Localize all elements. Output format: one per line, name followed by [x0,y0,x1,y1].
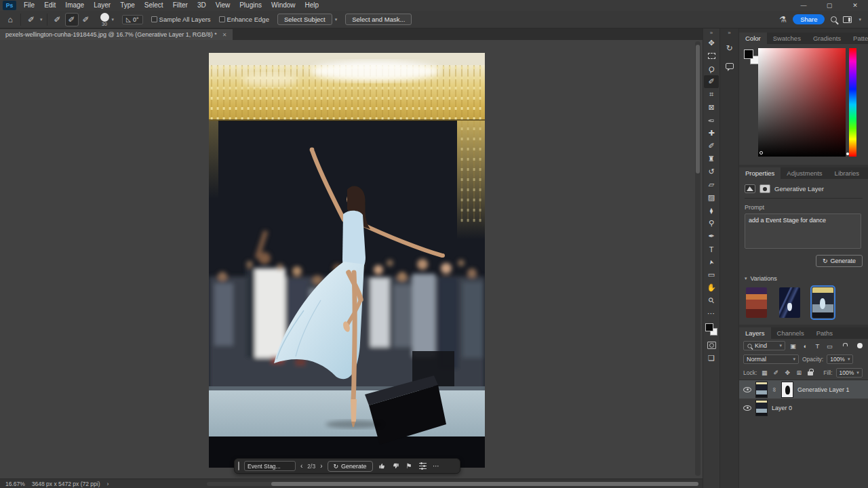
tab-color[interactable]: Color [739,33,767,44]
zoom-tool[interactable]: ⚲ [704,294,719,307]
clone-stamp-tool[interactable]: ♜ [704,152,719,165]
layer-visibility-eye-icon[interactable] [743,387,751,392]
variation-thumbnail-1[interactable] [746,287,767,318]
zoom-level-field[interactable]: 16.67% [5,481,25,487]
brush-mode-new-icon[interactable]: ✐ [52,14,64,26]
tab-layers[interactable]: Layers [739,327,771,339]
more-options-icon[interactable]: ⋯ [432,462,441,470]
menu-image[interactable]: Image [60,0,89,11]
tab-gradients[interactable]: Gradients [807,33,847,44]
minimize-button[interactable]: — [791,0,816,11]
path-selection-tool[interactable]: ➤ [704,256,719,268]
brush-tool[interactable]: ✐ [704,140,719,152]
layer-row-generative-layer-1[interactable]: ∞ Generative Layer 1 [739,380,868,399]
menu-plugins[interactable]: Plugins [235,0,267,11]
workspace-dropdown-icon[interactable]: ▾ [859,17,861,22]
foreground-color-swatch[interactable] [705,323,713,331]
blur-tool[interactable]: ⧫ [704,204,719,217]
screen-mode-button[interactable]: ❏ [704,352,719,365]
share-button[interactable]: Share [793,14,825,24]
close-button[interactable]: ✕ [842,0,868,11]
previous-variation-icon[interactable]: ‹ [300,463,302,470]
photo-document[interactable] [209,53,485,468]
menu-select[interactable]: Select [140,0,168,11]
menu-help[interactable]: Help [300,0,324,11]
layer-thumbnail[interactable] [755,382,768,398]
document-tab[interactable]: pexels-wellington-cunha-1918445.jpg @ 16… [0,29,233,40]
dodge-tool[interactable]: ⚲ [704,217,719,230]
layer-filter-kind-dropdown[interactable]: Kind ▾ [743,341,785,350]
tab-libraries[interactable]: Libraries [829,167,865,179]
saturation-brightness-picker[interactable] [758,48,846,157]
layer-mask-link-icon[interactable]: ∞ [771,387,778,392]
opacity-field[interactable]: 100% ▾ [827,354,853,364]
panel-fg-bg-swatches[interactable] [744,49,759,64]
more-tools[interactable]: ⋯ [704,307,719,320]
thumbs-up-icon[interactable] [378,462,387,470]
tab-channels[interactable]: Channels [771,327,810,339]
layer-thumbnail[interactable] [755,400,768,416]
filter-shape-layers-icon[interactable]: ▭ [825,342,834,350]
maximize-button[interactable]: ▢ [816,0,842,11]
layer-name[interactable]: Generative Layer 1 [797,386,850,393]
enhance-edge-checkbox[interactable] [219,16,225,22]
menu-3d[interactable]: 3D [193,0,211,11]
menu-window[interactable]: Window [267,0,300,11]
filter-adjustment-layers-icon[interactable]: ◐ [801,342,810,350]
brush-size-picker[interactable]: 30 [100,13,109,26]
quick-mask-button[interactable] [704,339,719,352]
fill-field[interactable]: 100% ▾ [836,368,863,378]
panel-foreground-swatch[interactable] [744,49,753,59]
prompt-textarea[interactable]: add a Event Stage for dance [745,214,861,249]
horizontal-scrollbar-thumb[interactable] [271,482,698,486]
brush-size-dropdown-icon[interactable]: ▾ [112,17,115,22]
panels-collapse-icon[interactable]: » [728,30,730,37]
tab-properties[interactable]: Properties [739,167,781,179]
history-brush-tool[interactable]: ↺ [704,165,719,178]
lock-pixels-icon[interactable]: ✐ [772,369,780,376]
thumbs-down-icon[interactable] [391,462,400,470]
layer-mask-thumbnail[interactable] [781,382,793,398]
lock-transparency-icon[interactable]: ▦ [760,369,768,376]
history-panel-icon[interactable]: ↻ [723,42,736,54]
lock-artboard-icon[interactable]: ⊞ [795,369,803,376]
menu-edit[interactable]: Edit [39,0,60,11]
foreground-background-swatches[interactable] [705,323,718,336]
type-tool[interactable]: T [704,243,719,256]
home-icon[interactable]: ⌂ [4,14,16,26]
generate-button[interactable]: ↻ Generate [816,255,863,267]
move-tool[interactable]: ✥ [704,37,719,49]
tab-patterns[interactable]: Patterns [847,33,868,44]
gradient-tool[interactable]: ▨ [704,191,719,204]
search-icon[interactable] [831,16,837,22]
brush-mode-add-icon[interactable]: ✐ [66,14,78,26]
report-flag-icon[interactable]: ⚑ [405,462,414,470]
tab-swatches[interactable]: Swatches [767,33,807,44]
pen-tool[interactable]: ✒ [704,230,719,243]
crop-tool[interactable]: ⌗ [704,88,719,101]
menu-view[interactable]: View [211,0,235,11]
menu-type[interactable]: Type [115,0,140,11]
variation-thumbnail-3-selected[interactable] [812,287,833,318]
taskbar-drag-handle[interactable] [238,462,239,470]
layer-visibility-eye-icon[interactable] [743,405,751,411]
layer-filter-toggle[interactable] [857,343,863,348]
tab-paths[interactable]: Paths [810,327,839,339]
sample-all-layers-checkbox[interactable] [151,16,157,22]
workspace-switcher-icon[interactable] [843,16,852,23]
tool-preset-icon[interactable]: ✐ [25,14,37,26]
select-and-mask-button[interactable]: Select and Mask... [345,14,412,25]
status-dropdown-icon[interactable]: › [107,481,109,487]
beaker-icon[interactable]: ⚗ [779,15,787,24]
hand-tool[interactable]: ✋ [704,281,719,294]
comments-panel-icon[interactable] [723,60,736,72]
lock-all-icon[interactable] [806,369,814,377]
hue-slider[interactable] [849,48,856,157]
shape-tool[interactable]: ▭ [704,268,719,281]
filter-pixel-layers-icon[interactable]: ▣ [789,342,797,350]
tab-close-icon[interactable]: ✕ [222,32,227,38]
taskbar-prompt-field[interactable] [244,461,296,471]
lock-position-icon[interactable]: ✥ [783,369,791,376]
variations-header[interactable]: ▾ Variations [745,275,863,282]
vertical-scrollbar-thumb[interactable] [696,45,700,174]
